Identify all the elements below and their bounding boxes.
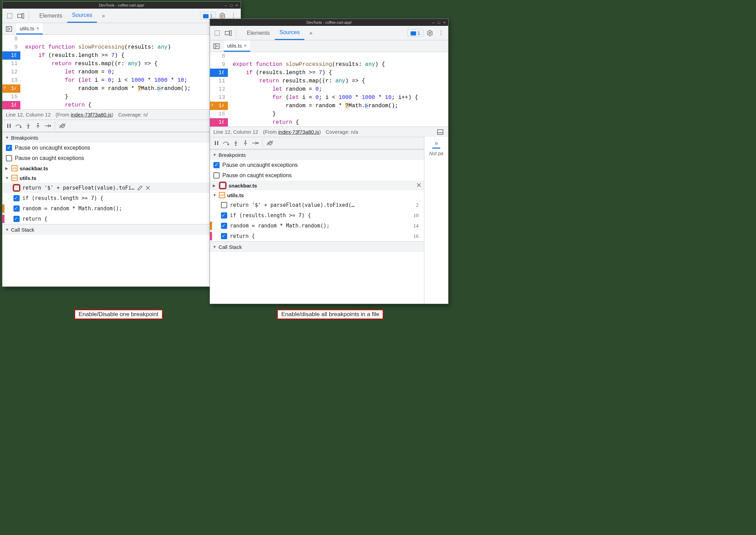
tab-more[interactable]: » [304, 26, 317, 40]
maximize-icon[interactable]: □ [229, 3, 234, 8]
step-icon[interactable] [251, 139, 260, 148]
pause-caught-row[interactable]: Pause on caught exceptions [2, 153, 241, 163]
checkbox-checked-icon[interactable] [6, 145, 12, 151]
callstack-header[interactable]: ▼ Call Stack [2, 224, 241, 235]
close-icon[interactable]: × [442, 20, 447, 25]
collapse-icon: ▼ [213, 193, 217, 197]
breakpoint-row[interactable]: random = random * Math.random(); 14 [2, 203, 241, 214]
toggle-navigator-icon[interactable] [4, 24, 13, 33]
breakpoint-row[interactable]: if (results.length >= 7) { 10 [210, 210, 424, 221]
checkbox-checked-icon[interactable] [13, 216, 20, 222]
tab-elements[interactable]: Elements [242, 26, 275, 40]
callstack-panel: ▼ Call Stack [210, 241, 424, 252]
checkbox-checked-icon[interactable] [221, 223, 227, 229]
maximize-icon[interactable]: □ [436, 20, 441, 25]
edit-icon[interactable] [137, 185, 143, 191]
code-editor[interactable]: 8 9export function slowProcessing(result… [2, 35, 241, 109]
file-group-utils[interactable]: ▼ <> utils.ts [210, 190, 424, 200]
step-out-icon[interactable] [241, 139, 250, 148]
show-drawer-icon[interactable] [436, 128, 445, 137]
step-into-icon[interactable] [24, 121, 33, 130]
checkbox-unchecked-icon[interactable] [221, 202, 227, 208]
callstack-header[interactable]: ▼ Call Stack [210, 242, 424, 252]
close-tab-icon[interactable]: × [37, 26, 39, 31]
checkbox-unchecked-icon[interactable] [13, 185, 20, 191]
breakpoint-row[interactable]: return '$' + parseFloat(value).toFixed(…… [210, 200, 424, 210]
ts-file-icon: <> [11, 175, 18, 181]
breakpoints-header[interactable]: ▼ Breakpoints [210, 150, 424, 160]
debugger-toolbar [210, 137, 424, 149]
checkbox-unchecked-icon[interactable] [213, 172, 220, 179]
file-tabs: utils.ts × [210, 40, 448, 52]
window-controls: – □ × [223, 3, 239, 8]
inspect-icon[interactable] [5, 11, 14, 20]
tab-sources[interactable]: Sources [67, 9, 97, 23]
step-icon[interactable] [43, 121, 52, 130]
file-tabs: utils.ts × [2, 23, 241, 35]
tab-sources[interactable]: Sources [275, 26, 305, 40]
breakpoints-header[interactable]: ▼ Breakpoints [2, 132, 241, 143]
toggle-navigator-icon[interactable] [212, 42, 221, 51]
breakpoint-row[interactable]: return '$' + parseFloat(value).toFi… 2 [2, 183, 241, 193]
tab-elements[interactable]: Elements [34, 9, 67, 23]
kebab-icon[interactable]: ⋮ [436, 29, 445, 38]
step-over-icon[interactable] [14, 121, 23, 130]
svg-rect-2 [22, 13, 24, 18]
callstack-panel: ▼ Call Stack [2, 224, 241, 235]
step-out-icon[interactable] [33, 121, 42, 130]
title-text: DevTools - coffee-cart.app/ [306, 20, 352, 24]
checkbox-checked-icon[interactable] [213, 162, 220, 168]
minimize-icon[interactable]: – [223, 3, 228, 8]
titlebar: DevTools - coffee-cart.app/ – □ × [210, 19, 448, 26]
file-tab-utils[interactable]: utils.ts × [224, 40, 250, 52]
step-over-icon[interactable] [222, 139, 231, 148]
deactivate-breakpoints-icon[interactable] [58, 121, 67, 130]
device-icon[interactable] [16, 11, 25, 20]
checkbox-checked-icon[interactable] [221, 212, 227, 219]
cursor-position: Line 12, Column 12 [213, 129, 258, 135]
checkbox-checked-icon[interactable] [13, 195, 20, 201]
checkbox-unchecked-icon[interactable] [220, 182, 226, 189]
file-group-snackbar[interactable]: ▶ snackbar.ts [210, 181, 424, 190]
pause-icon[interactable] [212, 139, 221, 148]
breakpoints-panel: ▼ Breakpoints Pause on uncaught exceptio… [2, 132, 241, 224]
code-editor[interactable]: 8 9export function slowProcessing(result… [210, 52, 448, 127]
svg-point-10 [28, 127, 29, 129]
breakpoint-row[interactable]: random = random * Math.random(); 14 [210, 221, 424, 231]
minimize-icon[interactable]: – [431, 20, 436, 25]
step-into-icon[interactable] [231, 139, 240, 148]
pause-uncaught-row[interactable]: Pause on uncaught exceptions [210, 160, 424, 170]
remove-icon[interactable] [145, 185, 150, 190]
checkbox-unchecked-icon[interactable] [6, 155, 12, 161]
breakpoint-row[interactable]: return { 16 [210, 231, 424, 241]
svg-point-27 [228, 144, 229, 145]
remove-icon[interactable] [416, 183, 421, 189]
svg-point-30 [258, 143, 259, 144]
device-icon[interactable] [224, 29, 233, 38]
caption-right: Enable/disable all breakpoints in a file [277, 310, 383, 319]
close-icon[interactable]: × [234, 3, 239, 8]
devtools-window-left: DevTools - coffee-cart.app/ – □ × Elemen… [2, 1, 241, 287]
file-group-utils[interactable]: ▼ <> utils.ts [2, 173, 241, 183]
svg-point-12 [50, 125, 51, 127]
breakpoint-row[interactable]: if (results.length >= 7) { 10 [2, 193, 241, 203]
checkbox-checked-icon[interactable] [221, 233, 227, 239]
settings-icon[interactable] [425, 29, 434, 38]
inspect-icon[interactable] [213, 29, 222, 38]
checkbox-checked-icon[interactable] [13, 205, 20, 212]
deactivate-breakpoints-icon[interactable] [265, 139, 274, 148]
tab-more[interactable]: » [97, 9, 110, 23]
svg-rect-1 [18, 14, 22, 18]
pause-caught-row[interactable]: Pause on caught exceptions [210, 170, 424, 181]
pause-uncaught-row[interactable]: Pause on uncaught exceptions [2, 143, 241, 153]
pause-icon[interactable] [4, 121, 13, 130]
breakpoint-row[interactable]: return { 16 [2, 214, 241, 224]
ts-file-icon: <> [11, 165, 18, 171]
svg-rect-26 [217, 141, 218, 145]
more-tabs-icon[interactable]: » [432, 139, 440, 149]
svg-rect-25 [215, 141, 216, 145]
file-tab-utils[interactable]: utils.ts × [16, 23, 43, 34]
file-group-snackbar[interactable]: ▶ <> snackbar.ts [2, 163, 241, 173]
issues-badge[interactable]: 1 [407, 29, 423, 37]
close-tab-icon[interactable]: × [244, 43, 247, 48]
